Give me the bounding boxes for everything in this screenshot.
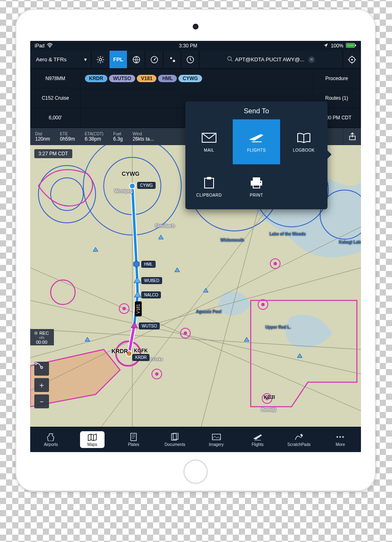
device-label: iPad <box>35 43 45 49</box>
history-button[interactable] <box>181 51 199 68</box>
zoom-out-button[interactable]: － <box>34 394 49 408</box>
waypoint-chip[interactable]: V181 <box>137 75 156 82</box>
popover-title: Send To <box>185 101 327 119</box>
tab-more[interactable]: More <box>320 427 361 452</box>
fpl-button[interactable]: FPL <box>109 51 127 68</box>
city-bemidji: Bemidji <box>259 407 278 413</box>
tail-number[interactable]: N978MM <box>30 69 81 88</box>
metric: Fuel6.3g <box>108 130 127 143</box>
svg-point-55 <box>339 436 341 438</box>
record-widget[interactable]: REC vils 00:00 <box>30 329 54 345</box>
sendto-mail[interactable]: MAIL <box>185 119 233 164</box>
top-toolbar: Aero & TFRs ▾ FPL AP <box>30 51 361 69</box>
sendto-logbook[interactable]: LOGBOOK <box>280 119 327 164</box>
book-icon <box>296 132 312 144</box>
metric: ETE0h59m <box>55 130 80 143</box>
ipad-home-button[interactable] <box>183 459 208 484</box>
wp-krdr-big: KRDR <box>109 347 130 355</box>
clipboard-icon <box>201 177 217 189</box>
ruler-button[interactable] <box>34 362 49 376</box>
location-icon <box>323 43 328 49</box>
city-steinbach: Steinbach <box>153 223 177 229</box>
tab-scratchpads[interactable]: ScratchPads <box>278 427 320 452</box>
tab-maps[interactable]: Maps <box>71 427 113 452</box>
zoom-in-button[interactable]: ＋ <box>34 378 49 392</box>
wp-cywg-big: CYWG <box>119 170 142 178</box>
bottom-tabbar: Airports Maps Plates Documents Imagery F… <box>30 427 361 452</box>
sendto-print[interactable]: PRINT <box>233 164 280 209</box>
app-screen: iPad 3:30 PM 100% Aero & TFRs ▾ <box>30 41 361 452</box>
print-icon <box>249 177 264 189</box>
svg-rect-53 <box>212 434 220 440</box>
waypoint-chip[interactable]: HML <box>158 75 177 82</box>
svg-rect-44 <box>205 178 214 188</box>
search-icon <box>227 56 233 63</box>
route-search[interactable]: APT@KDTA PUCIT AWY@... ✕ <box>199 51 343 68</box>
docs-icon <box>170 433 180 441</box>
svg-rect-45 <box>207 177 211 179</box>
record-dot-icon <box>34 331 38 335</box>
svg-point-28 <box>261 303 265 306</box>
tab-imagery[interactable]: Imagery <box>196 427 237 452</box>
svg-point-41 <box>35 363 37 365</box>
altitude-button[interactable]: 6,000' <box>30 108 81 128</box>
gauge-button[interactable] <box>145 51 163 68</box>
tab-plates[interactable]: Plates <box>113 427 154 452</box>
wp-nalco[interactable]: NALCO <box>141 291 161 298</box>
svg-point-24 <box>122 307 126 310</box>
tab-documents[interactable]: Documents <box>154 427 196 452</box>
share-button[interactable] <box>343 128 361 145</box>
procedure-button[interactable]: Procedure <box>312 69 361 88</box>
status-bar: iPad 3:30 PM 100% <box>30 41 361 51</box>
center-button[interactable] <box>343 51 361 68</box>
clear-search-icon[interactable]: ✕ <box>308 56 315 63</box>
wp-wutso[interactable]: WUTSO <box>139 323 160 329</box>
imagery-icon <box>212 433 221 441</box>
search-text: APT@KDTA PUCIT AWY@... <box>235 56 305 63</box>
wp-kgfk: KGFK <box>131 347 150 354</box>
label-kakagi: Kakagi Lake <box>336 239 361 245</box>
svg-point-32 <box>155 372 158 376</box>
stars-button[interactable] <box>163 51 181 68</box>
airway-v181[interactable]: V181 <box>135 301 142 316</box>
globe-button[interactable] <box>127 51 145 68</box>
wp-hml[interactable]: HML <box>141 261 156 268</box>
map-timestamp: 3:27 PM CDT <box>34 149 72 158</box>
waypoint-chip[interactable]: CYWG <box>178 75 202 82</box>
flights-icon <box>253 433 263 441</box>
tab-flights[interactable]: Flights <box>237 427 278 452</box>
svg-point-11 <box>351 59 353 60</box>
svg-rect-50 <box>131 433 136 441</box>
metric: Dist120nm <box>30 130 55 143</box>
scratch-icon <box>294 433 304 441</box>
chevron-down-icon: ▾ <box>84 56 87 63</box>
metric: ETA(CDT)6:38pm <box>80 130 108 143</box>
profile-button[interactable]: C152 Cruise <box>30 88 81 108</box>
svg-point-49 <box>260 181 261 183</box>
ipad-frame: iPad 3:30 PM 100% Aero & TFRs ▾ <box>16 9 376 491</box>
tab-airports[interactable]: Airports <box>30 427 71 452</box>
sendto-clipboard[interactable]: CLIPBOARD <box>185 164 233 209</box>
svg-rect-2 <box>347 44 354 47</box>
svg-rect-46 <box>253 177 260 181</box>
plane-icon <box>249 132 264 144</box>
settings-button[interactable] <box>91 51 109 68</box>
svg-point-30 <box>274 262 277 265</box>
waypoint-chip[interactable]: WUTSO <box>109 75 136 82</box>
layer-label: Aero & TFRs <box>36 56 67 63</box>
svg-rect-3 <box>355 45 356 46</box>
wp-wubed[interactable]: WUBED <box>141 277 162 284</box>
label-lakewoods: Lake of the Woods <box>267 231 292 237</box>
mail-icon <box>201 132 217 144</box>
sendto-flights[interactable]: FLIGHTS <box>233 119 280 164</box>
label-whitemouth: Whitemouth <box>218 237 247 243</box>
clock: 3:30 PM <box>179 43 197 49</box>
tower-icon <box>46 433 56 441</box>
svg-point-7 <box>154 59 155 60</box>
waypoint-chips[interactable]: KRDRWUTSOV181HMLCYWG <box>81 69 312 88</box>
map-tool-column: ＋ － <box>34 362 49 411</box>
layer-picker[interactable]: Aero & TFRs ▾ <box>30 51 91 68</box>
waypoint-chip[interactable]: KRDR <box>85 75 107 82</box>
wp-cywg[interactable]: CYWG <box>137 182 156 189</box>
wp-krdr[interactable]: KRDR <box>132 354 149 361</box>
